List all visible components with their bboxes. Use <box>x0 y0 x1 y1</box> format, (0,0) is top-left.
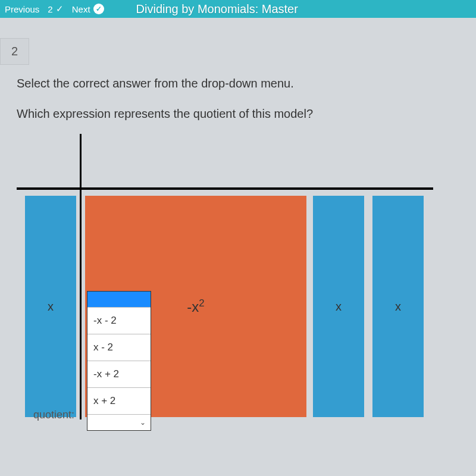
content-area: Select the correct answer from the drop-… <box>0 65 476 431</box>
tile-label: -x2 <box>187 298 204 315</box>
lesson-title: Dividing by Monomials: Master <box>136 2 298 16</box>
tile-label: x <box>48 300 54 314</box>
page-number: 2 <box>48 4 52 14</box>
next-label: Next <box>72 4 90 14</box>
dropdown-option[interactable]: x + 2 <box>87 387 151 414</box>
tile-label: x <box>395 300 401 314</box>
page-selector[interactable]: 2 ✓ <box>48 4 63 14</box>
previous-button[interactable]: Previous <box>5 4 39 14</box>
dropdown-selected-highlight[interactable] <box>87 292 151 307</box>
checkmark-icon: ✓ <box>56 4 64 14</box>
dropdown-option[interactable]: -x + 2 <box>87 361 151 387</box>
dropdown-option[interactable]: -x - 2 <box>87 307 151 334</box>
tile-left-x: x <box>25 196 76 417</box>
chevron-down-icon: ⌄ <box>140 418 146 427</box>
tile-right-x-1: x <box>313 196 364 417</box>
algebra-tile-model: x -x2 x x -x - 2 x - 2 -x + 2 x + 2 ⌄ qu… <box>17 134 433 419</box>
next-button[interactable]: Next ✓ <box>72 4 104 14</box>
check-circle-icon: ✓ <box>93 4 104 14</box>
dropdown-footer[interactable]: ⌄ <box>87 414 151 430</box>
answer-dropdown[interactable]: -x - 2 x - 2 -x + 2 x + 2 ⌄ <box>87 291 151 431</box>
previous-label: Previous <box>5 4 39 14</box>
quotient-label: quotient: <box>33 409 74 421</box>
question-text: Which expression represents the quotient… <box>17 107 459 121</box>
top-nav-bar: Previous 2 ✓ Next ✓ Dividing by Monomial… <box>0 0 476 18</box>
vertical-axis <box>80 134 82 419</box>
dropdown-option[interactable]: x - 2 <box>87 334 151 361</box>
instruction-text: Select the correct answer from the drop-… <box>17 77 459 90</box>
tile-label: x <box>336 300 342 314</box>
tile-right-x-2: x <box>372 196 424 417</box>
horizontal-axis <box>17 187 433 190</box>
question-number-tag: 2 <box>0 38 29 65</box>
